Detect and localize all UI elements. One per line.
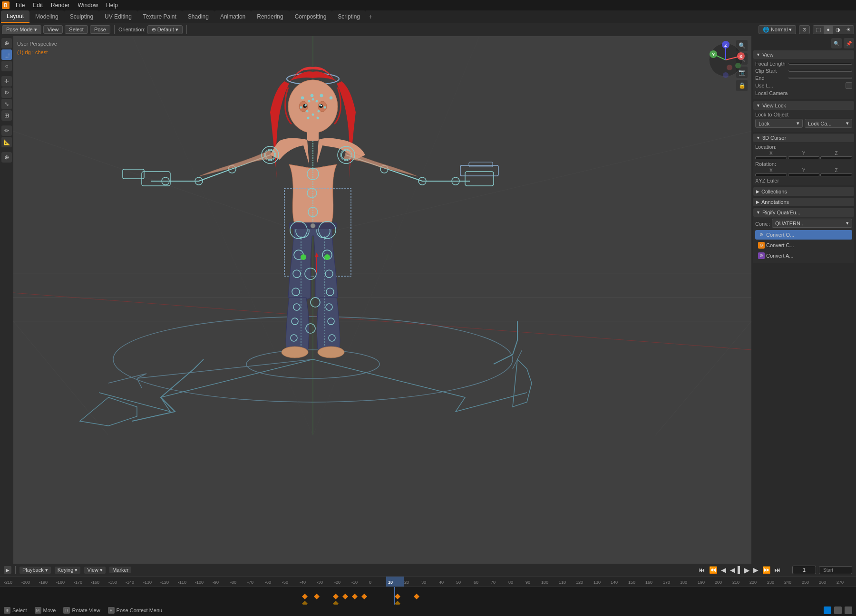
clip-start-value[interactable]: [788, 70, 852, 72]
3d-viewport[interactable]: User Perspective (1) rig : chest 🔍 🔍 📷 🔒: [13, 36, 751, 564]
tab-animation[interactable]: Animation: [214, 10, 251, 23]
annotations-header[interactable]: ▶ Annotations: [753, 198, 854, 206]
svg-rect-0: [13, 36, 751, 435]
orientation-dropdown[interactable]: ⊕ Default ▾: [147, 25, 183, 34]
keying-menu[interactable]: Keying ▾: [55, 567, 81, 574]
panel-search-btn[interactable]: 🔍: [831, 38, 842, 48]
cursor-rx-field[interactable]: X: [755, 168, 787, 176]
next-frame-btn[interactable]: ⏩: [762, 566, 770, 574]
tab-layout[interactable]: Layout: [1, 10, 29, 23]
cursor-y-field[interactable]: Y: [788, 151, 820, 159]
view-lock-header[interactable]: ▼ View Lock: [753, 101, 854, 110]
svg-text:160: 160: [645, 580, 652, 585]
proportional-edit[interactable]: ⊙: [799, 25, 810, 34]
quatern-dropdown[interactable]: QUATERN... ▾: [772, 219, 852, 228]
tab-shading[interactable]: Shading: [182, 10, 214, 23]
svg-point-62: [282, 346, 308, 358]
add-cursor-tool[interactable]: ⊕: [1, 152, 12, 163]
select-circle-tool[interactable]: ○: [1, 61, 12, 71]
tab-texture-paint[interactable]: Texture Paint: [137, 10, 182, 23]
start-frame-input[interactable]: Start: [819, 566, 852, 574]
blender-logo[interactable]: B: [2, 1, 10, 9]
play-btn[interactable]: ▶: [744, 566, 749, 575]
measure-tool[interactable]: 📐: [1, 137, 12, 147]
taskview-icon[interactable]: [845, 606, 852, 614]
menu-window[interactable]: Window: [74, 1, 102, 10]
svg-text:-20: -20: [334, 580, 340, 585]
collections-header[interactable]: ▶ Collections: [753, 187, 854, 196]
svg-point-71: [307, 117, 310, 119]
solid-btn[interactable]: ●: [824, 26, 833, 34]
svg-text:100: 100: [541, 580, 548, 585]
mode-dropdown[interactable]: Pose Mode ▾: [2, 25, 41, 34]
menu-edit[interactable]: Edit: [29, 1, 47, 10]
svg-text:-140: -140: [126, 580, 134, 585]
play-reverse-btn[interactable]: ◀▐: [730, 566, 740, 574]
rigify-content: Conv.: QUATERN... ▾ ⚙ Convert O... ⚙ Con…: [753, 217, 854, 263]
convert-btn-3[interactable]: ⚙ Convert A...: [755, 251, 852, 260]
jump-start-btn[interactable]: ⏮: [699, 566, 705, 574]
panel-pin-btn[interactable]: 📌: [844, 38, 854, 48]
tab-compositing[interactable]: Compositing: [289, 10, 332, 23]
normal-dropdown[interactable]: 🌐 Normal ▾: [759, 25, 796, 34]
timeline-ruler[interactable]: -210 -200 -190 -180 -170 -160 -150 -140 …: [0, 576, 856, 587]
prev-keyframe-btn[interactable]: ◀: [721, 566, 726, 574]
pose-menu[interactable]: Pose: [90, 25, 110, 34]
cursor-z-field[interactable]: Z: [820, 151, 852, 159]
transform-tool[interactable]: ⊞: [1, 110, 12, 121]
scale-tool[interactable]: ⤡: [1, 99, 12, 109]
marker-menu[interactable]: Marker: [109, 567, 131, 573]
tab-scripting[interactable]: Scripting: [332, 10, 366, 23]
select-tool[interactable]: ⬚: [1, 49, 12, 60]
view-header[interactable]: ▼ View: [753, 50, 854, 59]
timeline-type-btn[interactable]: ▶: [4, 566, 11, 574]
annotate-tool[interactable]: ✏: [1, 125, 12, 136]
rendered-btn[interactable]: ☀: [843, 26, 854, 34]
separator2: [186, 25, 187, 34]
cursor-rz-field[interactable]: Z: [820, 168, 852, 176]
svg-point-66: [320, 94, 323, 97]
add-workspace-btn[interactable]: +: [366, 10, 856, 23]
playback-menu[interactable]: Playback ▾: [19, 567, 51, 574]
menu-help[interactable]: Help: [102, 1, 122, 10]
view-section: ▼ View Focal Length Clip Start End Use L…: [753, 50, 854, 99]
tab-sculpting[interactable]: Sculpting: [64, 10, 99, 23]
search-taskbar[interactable]: [834, 606, 842, 614]
convert-btn-1[interactable]: ⚙ Convert O...: [755, 230, 852, 240]
view-menu[interactable]: View: [43, 25, 63, 34]
cursor-ry-field[interactable]: Y: [788, 168, 820, 176]
cursor-x-field[interactable]: X: [755, 151, 787, 159]
cursor-tool[interactable]: ⊕: [1, 38, 12, 48]
tab-uv-editing[interactable]: UV Editing: [99, 10, 137, 23]
current-frame-input[interactable]: 1: [792, 566, 816, 574]
menu-file[interactable]: File: [12, 1, 29, 10]
view-menu-tl[interactable]: View ▾: [84, 567, 106, 574]
select-menu[interactable]: Select: [65, 25, 88, 34]
svg-text:X: X: [739, 54, 742, 59]
cursor-3d-header[interactable]: ▼ 3D Cursor: [753, 134, 854, 142]
viewport-canvas: [13, 36, 751, 435]
lock-cam-btn[interactable]: 🔒: [736, 80, 748, 91]
svg-text:60: 60: [474, 580, 478, 585]
focal-length-value[interactable]: [788, 63, 852, 65]
svg-marker-161: [314, 594, 320, 599]
rigify-section: ▼ Rigify Quat/Eu... Conv.: QUATERN... ▾ …: [753, 208, 854, 263]
lock-cam-dropdown[interactable]: Lock Ca... ▾: [805, 119, 852, 128]
jump-end-btn[interactable]: ⏭: [774, 566, 781, 574]
move-tool[interactable]: ✛: [1, 76, 12, 87]
convert-btn-2[interactable]: ⚙ Convert C...: [755, 241, 852, 250]
next-keyframe-btn[interactable]: ▶: [753, 566, 759, 574]
rotate-tool[interactable]: ↻: [1, 87, 12, 98]
clip-end-value[interactable]: [788, 77, 852, 79]
wireframe-btn[interactable]: ⬚: [813, 26, 824, 34]
use-local-checkbox[interactable]: [846, 82, 852, 89]
rigify-header[interactable]: ▼ Rigify Quat/Eu...: [753, 208, 854, 217]
windows-icon[interactable]: [824, 606, 831, 614]
menu-render[interactable]: Render: [47, 1, 73, 10]
tab-modeling[interactable]: Modeling: [29, 10, 64, 23]
lock-dropdown[interactable]: Lock ▾: [755, 119, 803, 128]
status-bar: 🖱 Select M Move R Rotate View P Pose Con…: [0, 605, 856, 616]
prev-frame-btn[interactable]: ⏪: [709, 566, 717, 574]
tab-rendering[interactable]: Rendering: [251, 10, 289, 23]
material-btn[interactable]: ◑: [833, 26, 843, 34]
